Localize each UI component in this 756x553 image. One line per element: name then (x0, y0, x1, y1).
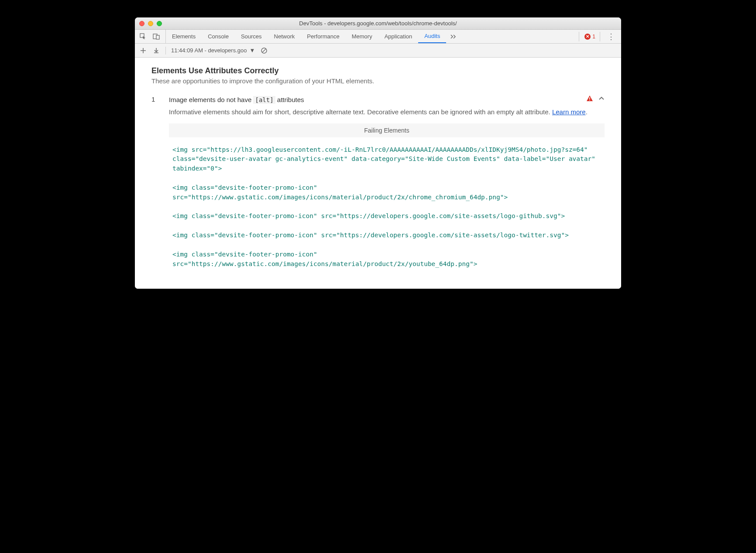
audit-item: 1 Image elements do not have [alt] attri… (151, 95, 605, 276)
learn-more-link[interactable]: Learn more (552, 108, 586, 116)
window-controls (135, 21, 162, 26)
audits-toolbar: 11:44:09 AM - developers.goo ▼ (135, 44, 621, 58)
collapse-icon[interactable] (598, 96, 605, 103)
download-icon[interactable] (152, 47, 160, 55)
maximize-window-button[interactable] (157, 21, 162, 26)
warning-icon (586, 95, 593, 104)
svg-line-4 (262, 49, 266, 52)
audit-description: Informative elements should aim for shor… (169, 107, 605, 117)
tab-memory[interactable]: Memory (346, 30, 378, 43)
chevron-down-icon: ▼ (249, 47, 255, 54)
settings-menu-icon[interactable]: ⋮ (605, 33, 617, 41)
audit-number: 1 (151, 95, 169, 103)
failing-element[interactable]: <img class="devsite-footer-promo-icon" s… (169, 181, 605, 205)
svg-rect-5 (589, 97, 590, 99)
tabbar-right-controls: ✕ 1 ⋮ (579, 30, 621, 43)
failing-element[interactable]: <img class="devsite-footer-promo-icon" s… (169, 228, 605, 243)
failing-elements-header: Failing Elements (169, 123, 605, 137)
tab-performance[interactable]: Performance (301, 30, 345, 43)
more-tabs-icon[interactable] (446, 30, 461, 43)
audit-content: Elements Use Attributes Correctly These … (135, 58, 621, 289)
window-titlebar[interactable]: DevTools - developers.google.com/web/too… (135, 17, 621, 30)
audit-header[interactable]: Image elements do not have [alt] attribu… (169, 95, 605, 104)
failing-element[interactable]: <img class="devsite-footer-promo-icon" s… (169, 247, 605, 272)
tab-audits[interactable]: Audits (418, 30, 446, 43)
error-count-badge[interactable]: ✕ 1 (579, 32, 600, 41)
error-count: 1 (592, 34, 595, 40)
devtools-tabbar: Elements Console Sources Network Perform… (135, 30, 621, 44)
minimize-window-button[interactable] (148, 21, 153, 26)
close-window-button[interactable] (139, 21, 144, 26)
tab-application[interactable]: Application (378, 30, 419, 43)
failing-element[interactable]: <img src="https://lh3.googleusercontent.… (169, 143, 605, 176)
tab-network[interactable]: Network (268, 30, 301, 43)
inspect-element-icon[interactable] (139, 33, 147, 41)
section-title: Elements Use Attributes Correctly (151, 66, 605, 75)
svg-rect-6 (589, 100, 590, 101)
audit-title: Image elements do not have [alt] attribu… (169, 96, 304, 103)
device-toolbar-icon[interactable] (152, 33, 160, 41)
toolbar-left (135, 47, 166, 55)
new-audit-icon[interactable] (139, 47, 147, 55)
devtools-window: DevTools - developers.google.com/web/too… (135, 17, 621, 289)
audit-dropdown[interactable]: 11:44:09 AM - developers.goo ▼ (171, 47, 255, 54)
svg-rect-2 (156, 35, 159, 39)
clear-icon[interactable] (260, 47, 268, 55)
tabbar-left-controls (135, 30, 166, 43)
tab-elements[interactable]: Elements (166, 30, 202, 43)
tab-console[interactable]: Console (202, 30, 235, 43)
error-icon: ✕ (584, 34, 591, 40)
section-subtitle: These are opportunities to improve the c… (151, 77, 605, 85)
tab-sources[interactable]: Sources (235, 30, 268, 43)
window-title: DevTools - developers.google.com/web/too… (135, 20, 621, 27)
audit-dropdown-label: 11:44:09 AM - developers.goo (171, 47, 247, 54)
failing-element[interactable]: <img class="devsite-footer-promo-icon" s… (169, 209, 605, 224)
